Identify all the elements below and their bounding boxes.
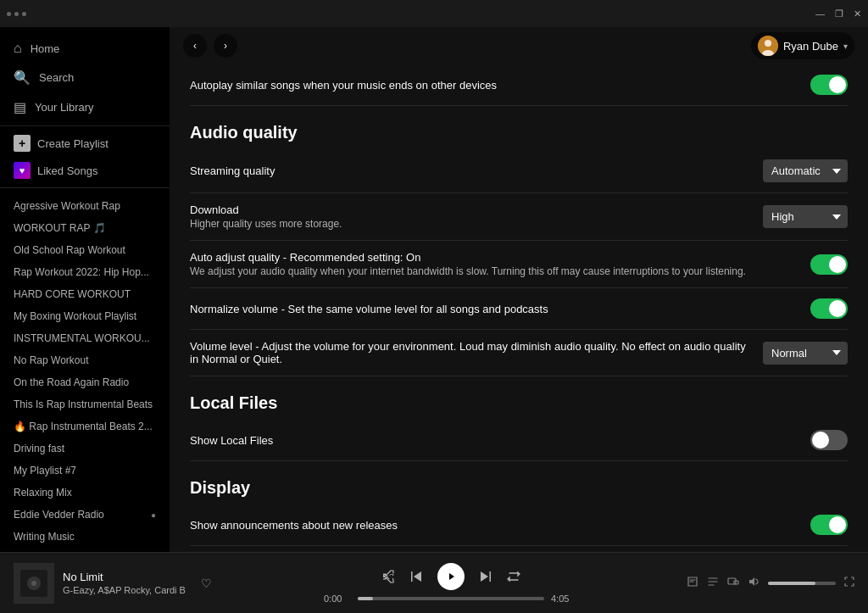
sidebar-divider-2	[0, 187, 170, 188]
nav-icon-search: 🔍	[14, 70, 31, 86]
titlebar: — ❐ ✕	[0, 0, 868, 27]
setting-row: Auto adjust quality - Recommended settin…	[190, 241, 848, 288]
list-item[interactable]: Rap Workout 2022: Hip Hop...	[0, 261, 170, 283]
volume-slider[interactable]	[768, 582, 836, 585]
titlebar-controls[interactable]: — ❐ ✕	[815, 8, 861, 20]
heart-icon: ♥	[14, 162, 31, 179]
svg-point-1	[765, 40, 771, 47]
playlist-label: Old School Rap Workout	[14, 244, 125, 256]
sidebar-item-search[interactable]: 🔍Search	[0, 63, 170, 92]
setting-label: Show Local Files	[190, 434, 797, 447]
autoplay-label: Autoplay similar songs when your music e…	[190, 79, 797, 92]
list-item[interactable]: HARD CORE WORKOUT	[0, 283, 170, 305]
maximize-button[interactable]: ❐	[835, 8, 843, 20]
list-item[interactable]: Old School Rap Workout	[0, 239, 170, 261]
username: Ryan Dube	[783, 40, 838, 53]
devices-button[interactable]	[727, 576, 739, 590]
playlist-label: Eddie Vedder Radio	[14, 509, 104, 521]
progress-track[interactable]	[358, 597, 544, 600]
playlist-label: My Boxing Workout Playlist	[14, 310, 136, 322]
dropdown-control[interactable]: QuietNormalLoud	[763, 342, 848, 365]
chevron-down-icon: ▾	[843, 42, 848, 51]
setting-sublabel: We adjust your audio quality when your i…	[190, 265, 797, 277]
volume-fill	[768, 582, 815, 585]
volume-icon[interactable]	[748, 576, 760, 590]
playlist-label: On the Road Again Radio	[14, 376, 129, 388]
setting-row: Volume level - Adjust the volume for you…	[190, 330, 848, 376]
nav-label-home: Home	[31, 42, 60, 55]
autoplay-toggle[interactable]	[810, 75, 848, 95]
playlist-label: This Is Rap Instrumental Beats	[14, 398, 153, 410]
playlist-label: Rap Workout 2022: Hip Hop...	[14, 266, 149, 278]
fullscreen-button[interactable]	[844, 577, 854, 589]
setting-row: Show Local Files	[190, 420, 848, 461]
dropdown-control[interactable]: AutomaticLowNormalHighVery High	[763, 159, 848, 182]
time-current: 0:00	[324, 593, 351, 604]
playlist-label: Writing Music	[14, 531, 75, 543]
shuffle-button[interactable]	[381, 570, 395, 583]
plus-icon: +	[14, 135, 31, 152]
playlist-label: HARD CORE WORKOUT	[14, 288, 131, 300]
list-item[interactable]: Agressive Workout Rap	[0, 195, 170, 217]
sidebar-divider	[0, 125, 170, 126]
back-button[interactable]: ‹	[183, 34, 207, 58]
user-badge[interactable]: Ryan Dube ▾	[751, 32, 854, 59]
play-pause-button[interactable]	[437, 563, 465, 590]
album-art	[14, 563, 54, 604]
setting-row: DownloadHigher quality uses more storage…	[190, 193, 848, 241]
liked-songs[interactable]: ♥Liked Songs	[0, 157, 170, 184]
next-button[interactable]	[478, 569, 493, 584]
minimize-button[interactable]: —	[815, 8, 825, 20]
player-controls: 0:00 4:05	[217, 563, 685, 604]
playlist-label: No Rap Workout	[14, 354, 88, 366]
topbar: ‹ › Ryan Dube ▾	[170, 27, 868, 64]
section-title: Display	[190, 478, 848, 498]
list-item[interactable]: My Boxing Workout Playlist	[0, 305, 170, 327]
nav-arrows[interactable]: ‹ ›	[183, 34, 237, 58]
forward-button[interactable]: ›	[214, 34, 237, 58]
list-item[interactable]: My Playlist #7	[0, 460, 170, 482]
sidebar-item-home[interactable]: ⌂Home	[0, 34, 170, 63]
list-item[interactable]: On the Road Again Radio	[0, 371, 170, 393]
list-item[interactable]: Writing Music	[0, 526, 170, 548]
setting-label: Download	[190, 203, 749, 216]
setting-sublabel: Higher quality uses more storage.	[190, 218, 749, 230]
setting-label: Auto adjust quality - Recommended settin…	[190, 251, 797, 264]
toggle-control[interactable]	[810, 430, 848, 450]
liked-songs-label: Liked Songs	[37, 164, 98, 177]
player-right-controls	[685, 576, 854, 590]
playlist-label: My Playlist #7	[14, 465, 76, 476]
dot-icon: ●	[151, 510, 156, 520]
playlist-label: Driving fast	[14, 443, 64, 454]
playlist-label: Relaxing Mix	[14, 487, 72, 499]
lyrics-button[interactable]	[687, 576, 698, 590]
previous-button[interactable]	[409, 569, 424, 584]
toggle-control[interactable]	[810, 515, 848, 535]
heart-icon[interactable]: ♡	[201, 577, 212, 590]
dropdown-control[interactable]: LowNormalHighVery High	[763, 205, 848, 228]
list-item[interactable]: Driving fast	[0, 437, 170, 460]
list-item[interactable]: WORKOUT RAP 🎵	[0, 217, 170, 239]
setting-label: Streaming quality	[190, 164, 749, 177]
repeat-button[interactable]	[507, 570, 520, 583]
create-playlist[interactable]: +Create Playlist	[0, 130, 170, 157]
setting-row: Show announcements about new releases	[190, 504, 848, 546]
sidebar-item-library[interactable]: ▤Your Library	[0, 92, 170, 122]
settings-area: Autoplay similar songs when your music e…	[170, 64, 868, 552]
list-item[interactable]: Eddie Vedder Radio●	[0, 504, 170, 526]
avatar	[758, 36, 778, 56]
list-item[interactable]: 🔥 Rap Instrumental Beats 2...	[0, 415, 170, 437]
queue-button[interactable]	[707, 576, 719, 590]
close-button[interactable]: ✕	[854, 8, 861, 20]
list-item[interactable]: Relaxing Mix	[0, 482, 170, 504]
list-item[interactable]: INSTRUMENTAL WORKOU...	[0, 327, 170, 349]
toggle-control[interactable]	[810, 298, 848, 319]
progress-bar[interactable]: 0:00 4:05	[324, 593, 578, 604]
toggle-control[interactable]	[810, 254, 848, 275]
main-content: ‹ › Ryan Dube ▾ Autoplay si	[170, 27, 868, 552]
list-item[interactable]: This Is Rap Instrumental Beats	[0, 393, 170, 415]
song-artist: G-Eazy, A$AP Rocky, Cardi B	[63, 585, 186, 595]
setting-row: Show desktop overlay when using media ke…	[190, 546, 848, 552]
player-bar: No Limit G-Eazy, A$AP Rocky, Cardi B ♡	[0, 552, 868, 613]
list-item[interactable]: No Rap Workout	[0, 349, 170, 371]
